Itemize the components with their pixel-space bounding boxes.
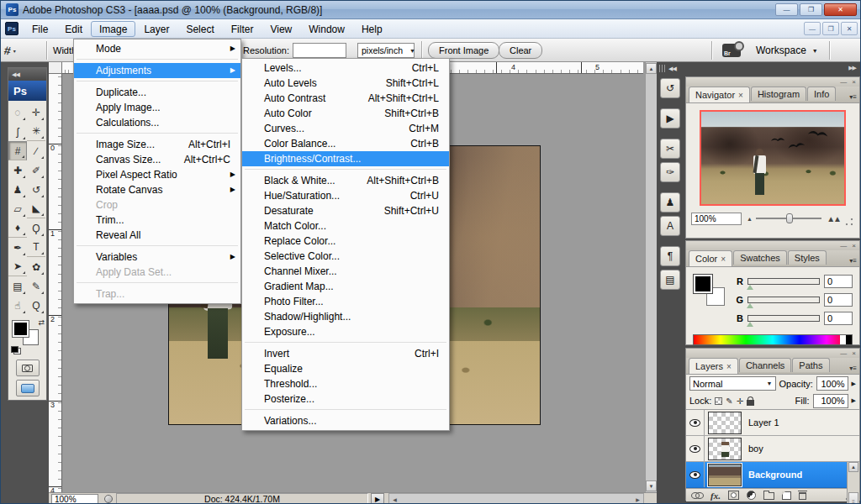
tab-close-icon[interactable]: × <box>738 91 743 100</box>
panel-close-icon[interactable]: × <box>852 78 856 86</box>
menu-item-photo-filter[interactable]: Photo Filter... ▶ <box>242 294 449 309</box>
layer-mask-icon[interactable] <box>728 491 739 500</box>
history-brush-tool[interactable]: ↺ <box>27 180 45 199</box>
blur-tool[interactable]: ♦ <box>8 218 27 238</box>
panel-minimize-icon[interactable]: — <box>840 242 847 249</box>
quick-mask-button[interactable] <box>16 360 40 376</box>
layers-scrollbar[interactable]: ▲ ≡ ▼ <box>847 462 859 504</box>
menu-item-mode[interactable]: Mode ▶ <box>74 41 240 56</box>
slider-thumb[interactable] <box>786 213 793 223</box>
menu-item-shadow-highlight[interactable]: Shadow/Highlight... ▶ <box>242 309 449 324</box>
scroll-up-button[interactable]: ▲ <box>646 63 657 74</box>
notes-tool[interactable]: ▤ <box>8 276 27 296</box>
menu-item-duplicate[interactable]: Duplicate... ▶ <box>74 85 240 100</box>
doc-restore-button[interactable]: ❐ <box>822 22 839 35</box>
menubar-item-image[interactable]: Image <box>91 21 135 37</box>
channel-value-field[interactable] <box>824 312 853 325</box>
horizontal-scrollbar[interactable]: ◀ ▶ <box>388 493 644 504</box>
zoom-out-icon[interactable]: ▲ <box>747 216 751 222</box>
magic-wand-tool[interactable]: ✳ <box>27 122 45 141</box>
menu-item-auto-color[interactable]: Auto Color Shift+Ctrl+B ▶ <box>242 106 449 121</box>
slider-marker-icon[interactable] <box>747 285 753 290</box>
healing-brush-tool[interactable]: ✚ <box>8 160 27 180</box>
type-tool[interactable]: T <box>27 238 45 257</box>
panel-close-icon[interactable]: × <box>852 242 856 249</box>
panel-menu-icon[interactable]: ▾≡ <box>849 365 857 372</box>
new-group-icon[interactable] <box>763 492 774 500</box>
menu-item-invert[interactable]: Invert Ctrl+I ▶ <box>242 346 449 361</box>
scrollbar-thumb[interactable]: ≡ <box>848 492 858 504</box>
brush-tool[interactable]: ✐ <box>27 160 45 180</box>
toolbox-collapse[interactable]: ◀◀ <box>8 68 46 81</box>
scroll-up-button[interactable]: ▲ <box>848 462 858 472</box>
panel-resize-grip[interactable] <box>845 218 854 227</box>
menu-item-rotate-canvas[interactable]: Rotate Canvas ▶ <box>74 182 240 197</box>
menu-item-calculations[interactable]: Calculations... ▶ <box>74 115 240 130</box>
menu-item-trim[interactable]: Trim... ▶ <box>74 213 240 228</box>
visibility-toggle[interactable] <box>686 410 705 435</box>
visibility-toggle[interactable] <box>686 436 705 461</box>
zoom-in-icon[interactable]: ▲▲ <box>827 214 840 223</box>
slider-marker-icon[interactable] <box>747 322 753 327</box>
blend-mode-dropdown[interactable]: Normal ▼ <box>689 376 776 391</box>
menu-item-black-white[interactable]: Black & White... Alt+Shift+Ctrl+B ▶ <box>242 173 449 188</box>
menu-item-equalize[interactable]: Equalize ▶ <box>242 361 449 376</box>
menu-item-apply-image[interactable]: Apply Image... ▶ <box>74 100 240 115</box>
workspace-dropdown[interactable]: Workspace ▼ <box>756 39 818 62</box>
menu-item-trap[interactable]: Trap... ▶ <box>74 286 240 302</box>
menu-item-exposure[interactable]: Exposure... ▶ <box>242 324 449 339</box>
layer-thumbnail[interactable] <box>708 438 742 460</box>
tab-channels[interactable]: Channels × <box>739 358 791 372</box>
opacity-spinner-icon[interactable]: ▶ <box>852 381 856 387</box>
channel-slider[interactable] <box>747 315 820 322</box>
menu-item-variables[interactable]: Variables ▶ <box>74 249 240 265</box>
menu-item-curves[interactable]: Curves... Ctrl+M ▶ <box>242 121 449 136</box>
move-tool[interactable]: ✛ <box>27 102 45 122</box>
actions-panel-icon[interactable]: ▶ <box>660 108 680 129</box>
status-zoom-field[interactable] <box>51 494 98 504</box>
menu-item-reveal-all[interactable]: Reveal All ▶ <box>74 228 240 243</box>
elliptical-marquee-tool[interactable]: ◌ <box>8 102 27 122</box>
doc-minimize-button[interactable]: — <box>804 22 821 35</box>
menu-item-posterize[interactable]: Posterize... ▶ <box>242 391 449 407</box>
restore-button[interactable]: ❐ <box>800 3 822 16</box>
fill-field[interactable]: 100% <box>813 394 848 408</box>
menubar-item-edit[interactable]: Edit <box>56 21 91 37</box>
lock-all-icon[interactable] <box>747 400 754 406</box>
status-menu-icon[interactable] <box>104 495 113 503</box>
menu-item-image-size[interactable]: Image Size... Alt+Ctrl+I ▶ <box>74 137 240 152</box>
visibility-toggle[interactable] <box>686 462 705 487</box>
layer-thumbnail[interactable] <box>708 412 742 434</box>
tab-paths[interactable]: Paths × <box>792 358 829 372</box>
eraser-tool[interactable]: ▱ <box>8 199 27 218</box>
eyedropper-tool[interactable]: ✎ <box>27 276 45 296</box>
tab-swatches[interactable]: Swatches × <box>733 250 787 265</box>
doc-close-button[interactable]: ✕ <box>841 22 858 35</box>
menu-item-adjustments[interactable]: Adjustments ▶ <box>74 63 240 78</box>
layer-thumbnail[interactable] <box>708 464 742 486</box>
close-button[interactable]: ✕ <box>824 3 857 16</box>
dock-collapse-icon[interactable]: ◀◀ <box>668 66 676 72</box>
lock-paint-icon[interactable]: ✎ <box>726 396 732 406</box>
clear-button[interactable]: Clear <box>499 42 542 59</box>
menubar-item-window[interactable]: Window <box>300 21 353 37</box>
menu-item-color-balance[interactable]: Color Balance... Ctrl+B ▶ <box>242 136 449 151</box>
slider-marker-icon[interactable] <box>747 303 753 308</box>
front-image-button[interactable]: Front Image <box>428 42 499 59</box>
scroll-right-button[interactable]: ▶ <box>632 494 643 504</box>
layer-comps-panel-icon[interactable]: ▤ <box>660 270 680 290</box>
tab-close-icon[interactable]: × <box>726 362 732 371</box>
minimize-button[interactable]: — <box>775 3 798 16</box>
scroll-left-button[interactable]: ◀ <box>389 494 400 504</box>
dodge-tool[interactable]: Ϙ <box>27 218 45 238</box>
channel-value-field[interactable] <box>824 293 853 307</box>
tab-styles[interactable]: Styles × <box>788 250 827 265</box>
menubar-item-file[interactable]: File <box>24 21 56 37</box>
path-selection-tool[interactable]: ➤ <box>8 257 27 276</box>
menubar-item-view[interactable]: View <box>261 21 300 37</box>
resolution-input[interactable] <box>293 43 346 58</box>
custom-shape-tool[interactable]: ✿ <box>27 257 45 276</box>
menu-item-channel-mixer[interactable]: Channel Mixer... ▶ <box>242 264 449 279</box>
menu-item-canvas-size[interactable]: Canvas Size... Alt+Ctrl+C ▶ <box>74 152 240 167</box>
color-spectrum-ramp[interactable] <box>693 334 853 345</box>
